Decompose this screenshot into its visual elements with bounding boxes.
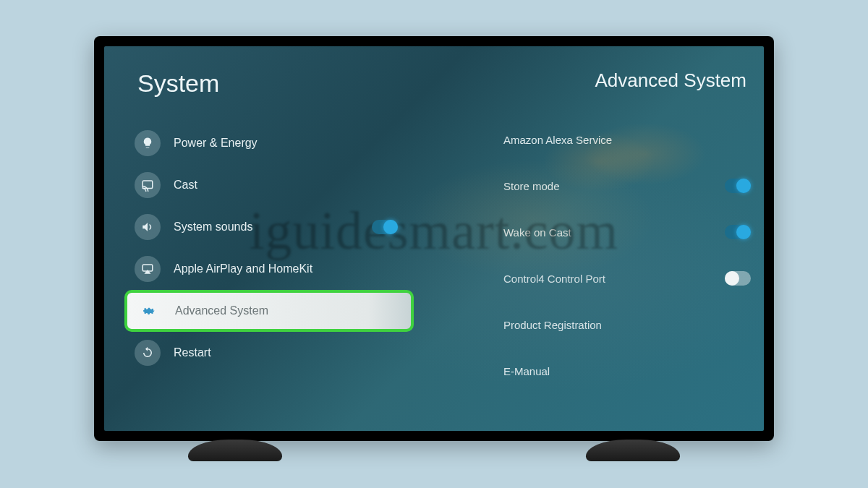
- advanced-item-label: Amazon Alexa Service: [503, 134, 612, 146]
- menu-item-label: Cast: [174, 179, 197, 192]
- menu-item-system-sounds[interactable]: System sounds: [130, 206, 503, 248]
- advanced-item-label: Wake on Cast: [503, 226, 571, 239]
- toggle-control4[interactable]: [725, 271, 751, 286]
- advanced-item-prod-reg[interactable]: Product Registration: [503, 301, 746, 348]
- advanced-item-wake-cast[interactable]: Wake on Cast: [503, 209, 746, 255]
- toggle-system-sounds[interactable]: [372, 220, 398, 234]
- bulb-icon: [135, 130, 161, 156]
- tv-stand: [586, 440, 680, 461]
- cast-icon: [135, 172, 161, 198]
- svg-rect-0: [142, 181, 153, 189]
- advanced-item-store-mode[interactable]: Store mode: [503, 163, 746, 209]
- advanced-system-list: Amazon Alexa ServiceStore modeWake on Ca…: [503, 116, 746, 394]
- menu-item-cast[interactable]: Cast: [130, 164, 503, 206]
- restart-icon: [135, 340, 161, 366]
- advanced-system-title: Advanced System: [503, 69, 746, 92]
- system-menu-column: System Power & EnergyCastSystem soundsAp…: [104, 46, 503, 431]
- menu-item-label: Apple AirPlay and HomeKit: [174, 262, 312, 275]
- system-menu-list: Power & EnergyCastSystem soundsApple Air…: [135, 122, 503, 374]
- menu-item-label: Advanced System: [175, 304, 268, 317]
- menu-item-label: System sounds: [174, 221, 252, 234]
- menu-item-airplay-homekit[interactable]: Apple AirPlay and HomeKit: [130, 248, 503, 290]
- menu-item-restart[interactable]: Restart: [130, 332, 503, 374]
- advanced-item-emanual[interactable]: E-Manual: [503, 348, 746, 394]
- speaker-icon: [135, 214, 161, 240]
- gear-icon: [136, 298, 162, 324]
- advanced-item-control4[interactable]: Control4 Control Port: [503, 255, 746, 301]
- menu-item-advanced-system[interactable]: Advanced System: [124, 290, 414, 332]
- advanced-item-alexa[interactable]: Amazon Alexa Service: [503, 116, 746, 163]
- advanced-item-label: Product Registration: [503, 319, 602, 331]
- tv-screen: iguidesmart.com System Power & EnergyCas…: [104, 46, 764, 431]
- tv-frame: iguidesmart.com System Power & EnergyCas…: [94, 36, 774, 441]
- advanced-item-label: Store mode: [503, 180, 560, 192]
- airplay-icon: [135, 256, 161, 282]
- advanced-system-column: Advanced System Amazon Alexa ServiceStor…: [503, 46, 764, 431]
- advanced-item-label: Control4 Control Port: [503, 273, 605, 285]
- tv-stand: [188, 440, 282, 461]
- toggle-store-mode[interactable]: [725, 179, 751, 193]
- system-title: System: [137, 69, 503, 98]
- advanced-item-label: E-Manual: [503, 365, 550, 377]
- toggle-wake-cast[interactable]: [725, 225, 751, 239]
- menu-item-label: Power & Energy: [174, 137, 258, 150]
- menu-item-label: Restart: [174, 346, 211, 359]
- menu-item-power-energy[interactable]: Power & Energy: [130, 122, 503, 164]
